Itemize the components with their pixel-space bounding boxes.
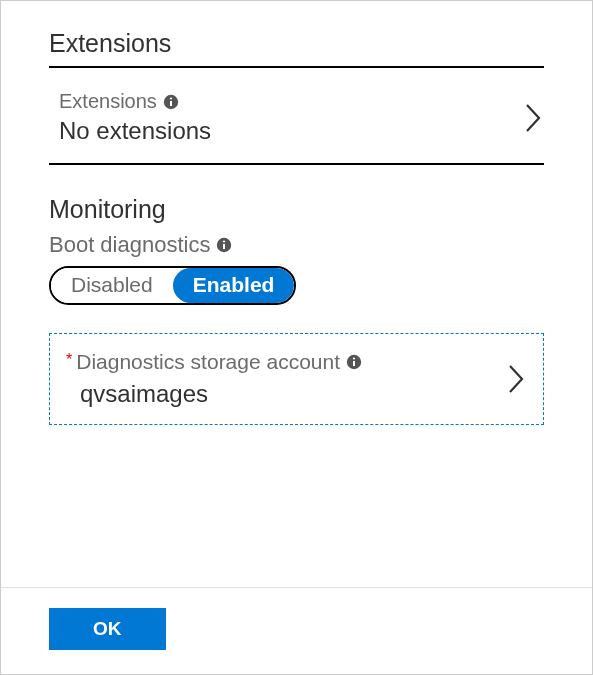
required-asterisk: *: [66, 352, 72, 368]
chevron-right-icon: [522, 101, 544, 135]
svg-rect-1: [170, 101, 172, 106]
extensions-label: Extensions: [59, 90, 157, 113]
boot-diagnostics-label: Boot diagnostics: [49, 232, 210, 258]
toggle-option-disabled[interactable]: Disabled: [51, 268, 173, 303]
storage-account-label: Diagnostics storage account: [76, 350, 340, 374]
svg-point-5: [223, 240, 225, 242]
svg-rect-4: [223, 244, 225, 249]
info-icon[interactable]: [163, 94, 179, 110]
svg-rect-7: [353, 361, 355, 366]
boot-diagnostics-toggle[interactable]: Disabled Enabled: [49, 266, 296, 305]
info-icon[interactable]: [216, 237, 232, 253]
chevron-right-icon: [505, 362, 527, 396]
info-icon[interactable]: [346, 354, 362, 370]
storage-account-value: qvsaimages: [66, 380, 362, 408]
ok-button[interactable]: OK: [49, 608, 166, 650]
divider: [49, 66, 544, 68]
svg-point-8: [353, 357, 355, 359]
toggle-option-enabled[interactable]: Enabled: [173, 268, 295, 303]
divider: [49, 163, 544, 165]
monitoring-section-title: Monitoring: [49, 195, 544, 224]
footer: OK: [1, 587, 592, 674]
svg-point-2: [170, 97, 172, 99]
extensions-section-title: Extensions: [49, 29, 544, 58]
extensions-row[interactable]: Extensions No extensions: [49, 84, 544, 149]
storage-account-selector[interactable]: * Diagnostics storage account qvsaimages: [49, 333, 544, 425]
extensions-value: No extensions: [59, 117, 211, 145]
